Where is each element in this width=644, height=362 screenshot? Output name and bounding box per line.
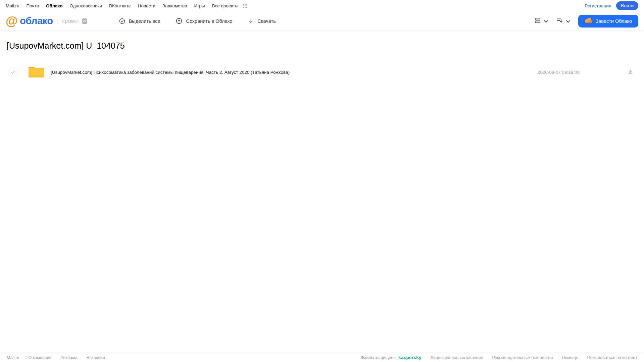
nav-all-projects[interactable]: Все проекты [212,3,238,8]
nav-vkontakte[interactable]: ВКонтакте [109,3,131,8]
page-title: [UsupovMarket.com] U_104075 [7,41,125,51]
footer-report-link[interactable]: Пожаловаться на контент [587,355,637,360]
save-to-cloud-button[interactable]: Сохранить в Облако [176,17,232,24]
footer-about-link[interactable]: О компании [29,355,52,360]
view-mode-selector[interactable] [534,17,548,25]
footer-mailru-link[interactable]: Mail.ru [7,355,19,360]
mailru-at-icon: @ [6,15,17,27]
logo-divider: | [57,18,58,24]
kaspersky-logo[interactable]: kaspersky [398,355,422,360]
file-date: 2020-08-07 09:18:00 [538,70,580,75]
get-cloud-label: Завести Облако [596,18,632,24]
footer-help-link[interactable]: Помощь [562,355,578,360]
sort-selector[interactable] [556,17,570,25]
cloud-upload-icon [176,17,183,24]
nav-mailru[interactable]: Mail.ru [6,3,19,8]
row-download-icon[interactable] [627,68,634,76]
select-all-button[interactable]: Выделить все [119,17,160,24]
footer-left-links: Mail.ru О компании Реклама Вакансии [7,355,105,360]
protected-label: Файлы защищены [361,355,396,360]
login-button[interactable]: Войти [616,1,638,10]
footer-recommendation-link[interactable]: Рекомендательные технологии [492,355,553,360]
nav-mail[interactable]: Почта [27,3,39,8]
row-checkbox-icon[interactable] [8,67,18,77]
folder-icon [28,66,45,79]
top-navigation: Mail.ru Почта Облако Одноклассники ВКонт… [0,0,644,11]
orange-cloud-icon [585,18,592,24]
portal-links: Mail.ru Почта Облако Одноклассники ВКонт… [6,3,247,8]
kaspersky-protection: Файлы защищены kaspersky [361,355,422,360]
page-footer: Mail.ru О компании Реклама Вакансии Файл… [0,353,644,362]
toolbar-actions: Выделить все Сохранить в Облако Скачать [119,17,276,24]
registration-link[interactable]: Регистрация [585,3,611,8]
footer-license-link[interactable]: Лицензионное соглашение [431,355,483,360]
chevron-down-icon [544,18,548,24]
cloud-toolbar: @ облако | проект VK Выделить все Сохран… [0,11,644,31]
chevron-down-icon [566,18,570,24]
footer-jobs-link[interactable]: Вакансии [87,355,105,360]
file-name[interactable]: [UsupovMarket.com] Психосоматика заболев… [51,70,290,75]
get-cloud-button[interactable]: Завести Облако [578,15,638,28]
save-to-cloud-label: Сохранить в Облако [186,18,232,24]
nav-odnoklassniki[interactable]: Одноклассники [69,3,102,8]
footer-right-links: Файлы защищены kaspersky Лицензионное со… [361,355,637,360]
vk-logo-icon: VK [82,18,87,24]
nav-dating[interactable]: Знакомства [162,3,187,8]
auth-area: Регистрация Войти [585,1,638,10]
apps-grid-icon[interactable] [243,4,247,8]
file-row[interactable]: [UsupovMarket.com] Психосоматика заболев… [0,64,644,80]
footer-ads-link[interactable]: Реклама [60,355,77,360]
select-all-label: Выделить все [129,18,160,24]
project-label: проект [62,18,80,24]
cloud-logo-text: облако [20,16,53,26]
toolbar-right: Завести Облако [534,15,638,28]
nav-games[interactable]: Игры [194,3,205,8]
cloud-logo[interactable]: @ облако | проект VK [6,15,87,27]
list-view-icon [534,17,541,25]
download-arrow-icon [248,18,254,24]
nav-cloud[interactable]: Облако [46,3,62,8]
download-label: Скачать [257,18,276,24]
check-circle-icon [119,18,126,24]
nav-news[interactable]: Новости [138,3,155,8]
download-button[interactable]: Скачать [248,17,276,24]
sort-icon [556,17,563,25]
